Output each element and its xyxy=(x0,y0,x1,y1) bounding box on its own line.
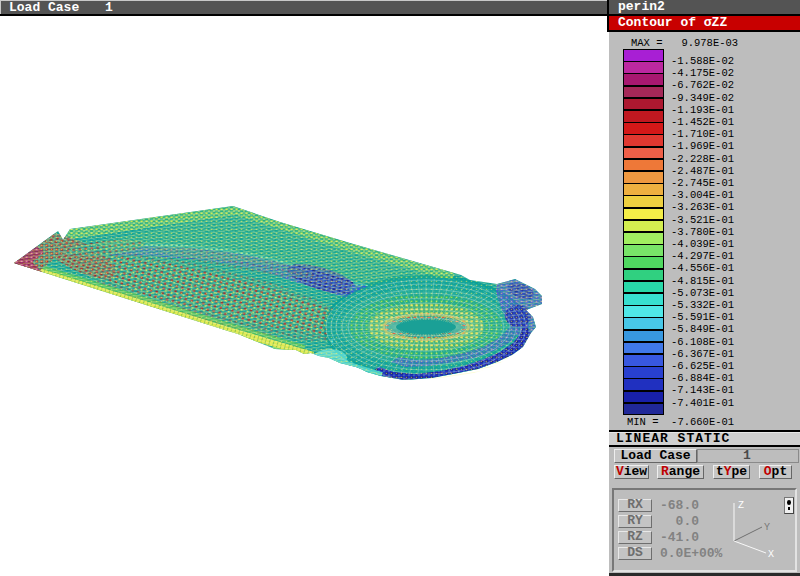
svg-text:X: X xyxy=(768,549,774,560)
svg-text:Z: Z xyxy=(738,500,744,511)
svg-text:Y: Y xyxy=(764,522,770,533)
